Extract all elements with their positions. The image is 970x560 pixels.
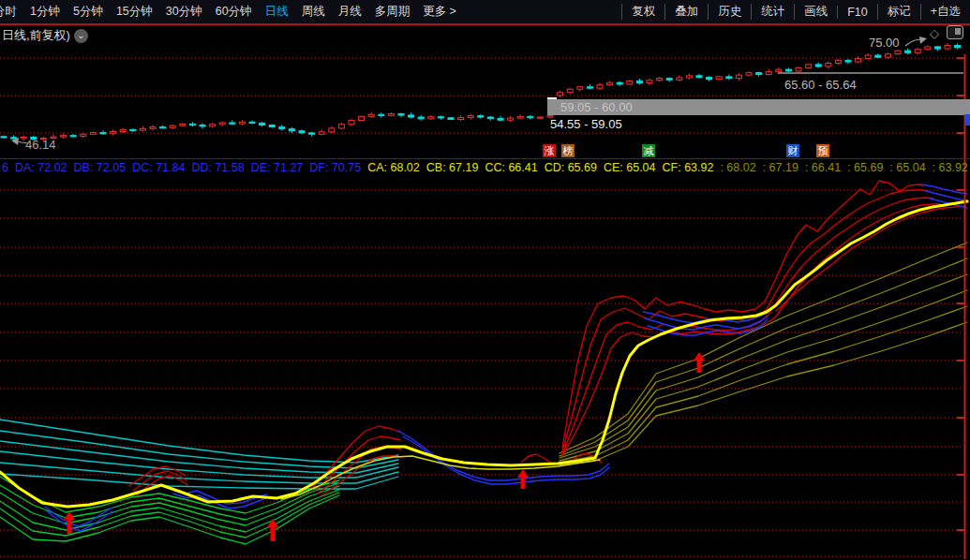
tab-30min[interactable]: 30分钟 xyxy=(159,4,209,20)
f10-button[interactable]: F10 xyxy=(837,6,877,19)
tab-1min[interactable]: 1分钟 xyxy=(23,4,67,20)
tab-multi-period[interactable]: 多周期 xyxy=(368,4,417,20)
tab-15min[interactable]: 15分钟 xyxy=(110,4,159,20)
indicator-cb: CB: 67.19 xyxy=(426,161,479,174)
indicator-o6: : 63.92 xyxy=(933,161,968,174)
period-tabs: 分时 1分钟 5分钟 15分钟 30分钟 60分钟 日线 周线 月线 多周期 更… xyxy=(0,4,463,20)
drawline-button[interactable]: 画线 xyxy=(794,4,837,20)
chevron-down-icon[interactable]: ⌄ xyxy=(74,29,88,43)
indicator-dd: DD: 71.58 xyxy=(191,161,244,174)
indicator-prefix: 6 xyxy=(2,161,8,174)
badge-jian[interactable]: 减 xyxy=(642,144,655,157)
price-range-label: 65.60 - 65.64 xyxy=(784,78,857,92)
tab-weekly[interactable]: 周线 xyxy=(295,4,332,20)
price-label-high: 75.00 xyxy=(869,36,900,50)
chart-title: 日线,前复权) ⌄ xyxy=(2,27,88,44)
badge-cai[interactable]: 财 xyxy=(786,144,799,157)
indicator-cd: CD: 65.69 xyxy=(545,161,597,174)
indicator-de: DE: 71.27 xyxy=(251,161,304,174)
tab-5min[interactable]: 5分钟 xyxy=(67,4,110,20)
tdx-chart-window: 分时 1分钟 5分钟 15分钟 30分钟 60分钟 日线 周线 月线 多周期 更… xyxy=(0,0,970,560)
indicator-o5: : 65.04 xyxy=(889,161,925,174)
panel-toggle-inner xyxy=(955,28,961,35)
stats-button[interactable]: 统计 xyxy=(751,4,794,20)
indicator-df: DF: 70.75 xyxy=(309,161,361,174)
scroll-marker[interactable] xyxy=(964,114,970,125)
indicator-o2: : 67.19 xyxy=(763,161,798,174)
indicator-cc: CC: 66.41 xyxy=(485,161,537,174)
history-button[interactable]: 历史 xyxy=(708,4,751,20)
badge-yu[interactable]: 预 xyxy=(816,144,829,157)
indicator-o4: : 65.69 xyxy=(847,161,883,174)
gap-zone-upper-label: 59.05 - 60.00 xyxy=(560,100,633,114)
add-watchlist-button[interactable]: +自选 xyxy=(920,4,970,20)
tool-buttons: 复权 叠加 历史 统计 画线 F10 标记 +自选 xyxy=(621,4,970,20)
tab-monthly[interactable]: 月线 xyxy=(332,4,368,20)
chart-title-text: 日线,前复权) xyxy=(2,27,70,44)
gap-zone-lower-label: 54.55 - 59.05 xyxy=(550,117,622,131)
price-label-low: 46.14 xyxy=(25,138,56,152)
overlay-button[interactable]: 叠加 xyxy=(664,4,708,20)
indicator-ce: CE: 65.04 xyxy=(604,161,656,174)
diamond-tool-icon[interactable]: ◇ xyxy=(930,26,939,40)
indicator-o3: : 66.41 xyxy=(805,161,841,174)
badge-zhang[interactable]: 涨 xyxy=(543,144,556,157)
indicator-da: DA: 72.02 xyxy=(15,161,67,174)
tab-60min[interactable]: 60分钟 xyxy=(209,4,259,20)
pane-separator xyxy=(0,158,970,159)
period-toolbar: 分时 1分钟 5分钟 15分钟 30分钟 60分钟 日线 周线 月线 多周期 更… xyxy=(0,0,970,25)
chart-area: 日线,前复权) ⌄ ◇ 46.14 75.00 59.05 - 60.00 54… xyxy=(0,25,970,560)
indicator-ca: CA: 68.02 xyxy=(367,161,420,174)
fuquan-button[interactable]: 复权 xyxy=(621,4,664,20)
indicator-db: DB: 72.05 xyxy=(74,161,127,174)
badge-bang[interactable]: 榜 xyxy=(561,144,575,157)
indicator-values-row: 6 DA: 72.02 DB: 72.05 DC: 71.84 DD: 71.5… xyxy=(2,160,968,175)
indicator-cf: CF: 63.92 xyxy=(663,161,714,174)
indicator-o1: : 68.02 xyxy=(720,161,755,174)
panel-toggle-icon[interactable] xyxy=(947,25,963,39)
gap-band-tick xyxy=(547,97,557,99)
tab-fenshi[interactable]: 分时 xyxy=(0,4,23,20)
indicator-dc: DC: 71.84 xyxy=(132,161,185,174)
tab-more[interactable]: 更多 > xyxy=(416,4,463,20)
mark-button[interactable]: 标记 xyxy=(877,4,920,20)
tab-daily[interactable]: 日线 xyxy=(259,4,295,20)
